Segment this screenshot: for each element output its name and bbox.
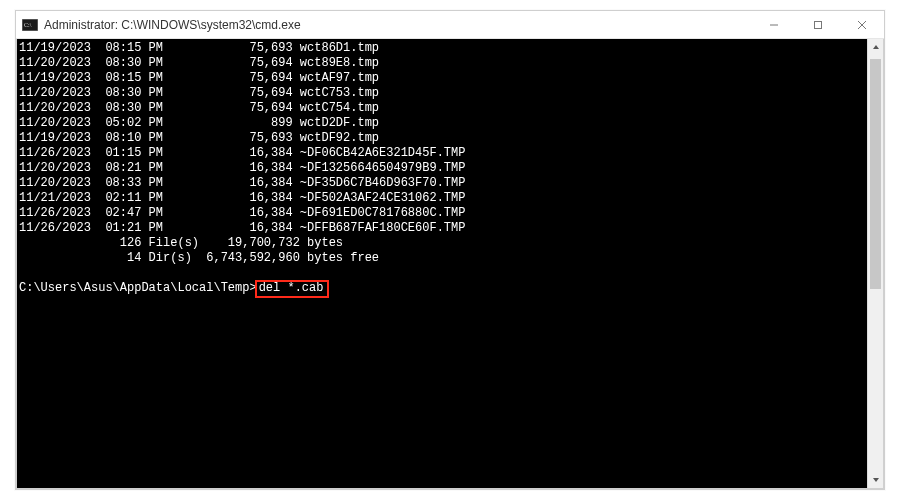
typed-command: del *.cab	[259, 281, 324, 296]
cmd-icon: C:\	[22, 18, 38, 32]
dir-entry: 11/19/2023 08:15 PM 75,693 wct86D1.tmp	[19, 41, 879, 56]
scroll-track[interactable]	[868, 55, 883, 472]
blank-line	[19, 266, 879, 281]
dir-entry: 11/20/2023 08:30 PM 75,694 wct89E8.tmp	[19, 56, 879, 71]
dir-summary: 126 File(s) 19,700,732 bytes	[19, 236, 879, 251]
maximize-button[interactable]	[796, 11, 840, 38]
dir-entry: 11/26/2023 02:47 PM 16,384 ~DF691ED0C781…	[19, 206, 879, 221]
scroll-down-button[interactable]	[868, 472, 883, 488]
dir-entry: 11/20/2023 08:21 PM 16,384 ~DF1325664650…	[19, 161, 879, 176]
close-button[interactable]	[840, 11, 884, 38]
dir-entry: 11/26/2023 01:15 PM 16,384 ~DF06CB42A6E3…	[19, 146, 879, 161]
dir-entry: 11/21/2023 02:11 PM 16,384 ~DF502A3AF24C…	[19, 191, 879, 206]
dir-entry: 11/19/2023 08:15 PM 75,694 wctAF97.tmp	[19, 71, 879, 86]
window-title: Administrator: C:\WINDOWS\system32\cmd.e…	[44, 18, 752, 32]
dir-entry: 11/20/2023 08:33 PM 16,384 ~DF35D6C7B46D…	[19, 176, 879, 191]
scroll-up-button[interactable]	[868, 39, 883, 55]
terminal-area[interactable]: 11/19/2023 08:15 PM 75,693 wct86D1.tmp11…	[16, 39, 884, 489]
svg-marker-6	[873, 45, 879, 49]
dir-entry: 11/19/2023 08:10 PM 75,693 wctDF92.tmp	[19, 131, 879, 146]
prompt-path: C:\Users\Asus\AppData\Local\Temp>	[19, 281, 257, 296]
minimize-button[interactable]	[752, 11, 796, 38]
cmd-window: C:\ Administrator: C:\WINDOWS\system32\c…	[15, 10, 885, 490]
dir-summary: 14 Dir(s) 6,743,592,960 bytes free	[19, 251, 879, 266]
svg-marker-7	[873, 478, 879, 482]
svg-text:C:\: C:\	[24, 22, 32, 28]
window-controls	[752, 11, 884, 38]
vertical-scrollbar[interactable]	[867, 39, 883, 488]
svg-rect-3	[815, 21, 822, 28]
dir-entry: 11/26/2023 01:21 PM 16,384 ~DFFB687FAF18…	[19, 221, 879, 236]
titlebar[interactable]: C:\ Administrator: C:\WINDOWS\system32\c…	[16, 11, 884, 39]
terminal-output: 11/19/2023 08:15 PM 75,693 wct86D1.tmp11…	[17, 39, 883, 300]
prompt-line[interactable]: C:\Users\Asus\AppData\Local\Temp>del *.c…	[19, 281, 879, 296]
dir-entry: 11/20/2023 08:30 PM 75,694 wctC754.tmp	[19, 101, 879, 116]
scroll-thumb[interactable]	[870, 59, 881, 288]
dir-entry: 11/20/2023 08:30 PM 75,694 wctC753.tmp	[19, 86, 879, 101]
dir-entry: 11/20/2023 05:02 PM 899 wctD2DF.tmp	[19, 116, 879, 131]
command-highlight: del *.cab	[255, 280, 330, 298]
